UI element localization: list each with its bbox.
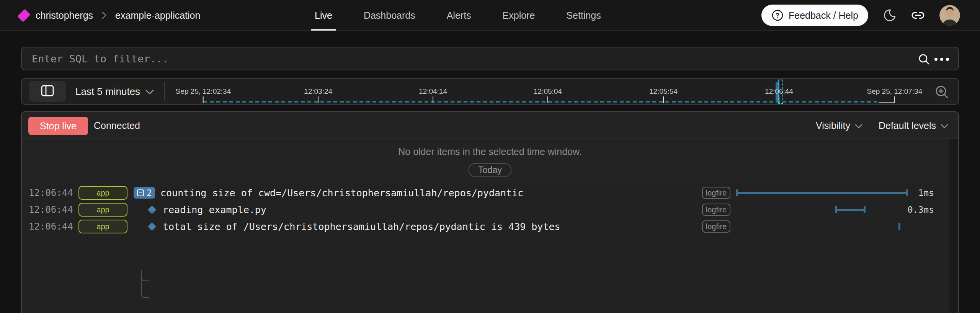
- span-message[interactable]: reading example.py: [163, 201, 266, 218]
- tab-live[interactable]: Live: [315, 0, 332, 31]
- tag-badge-app[interactable]: app: [78, 220, 127, 233]
- scope-badge-logfire[interactable]: logfire: [702, 204, 730, 216]
- span-diamond-icon: [148, 222, 157, 231]
- timeline[interactable]: Sep 25, 12:02:34 12:03:24 12:04:14 12:05…: [169, 79, 927, 104]
- row-timestamp: 12:06:44: [29, 218, 73, 235]
- span-diamond-icon: [148, 205, 157, 214]
- trace-row[interactable]: 12:06:44 app 2 counting size of cwd=/Use…: [22, 184, 949, 201]
- timeline-tick: 12:06:44: [765, 79, 793, 103]
- row-timestamp: 12:06:44: [29, 201, 73, 218]
- sql-filter-bar: [21, 47, 959, 70]
- tab-settings[interactable]: Settings: [566, 0, 601, 31]
- duration-track: [734, 184, 948, 201]
- feedback-help-label: Feedback / Help: [789, 10, 858, 21]
- visibility-dropdown[interactable]: Visibility: [816, 120, 862, 131]
- zoom-in-icon[interactable]: [934, 85, 950, 101]
- span-duration-bar[interactable]: [736, 189, 908, 196]
- nav-tabs: Live Dashboards Alerts Explore Settings: [315, 0, 601, 31]
- share-link-icon[interactable]: [911, 8, 925, 22]
- live-view-panel: Stop live Connected Visibility Default l…: [21, 111, 959, 313]
- timeline-tick: 12:03:24: [304, 79, 332, 103]
- sql-filter-input[interactable]: [22, 47, 958, 70]
- span-duration-tick[interactable]: [898, 223, 900, 230]
- tag-badge-app[interactable]: app: [78, 203, 127, 217]
- breadcrumb-org[interactable]: christophergs: [36, 10, 93, 21]
- empty-state: No older items in the selected time wind…: [22, 139, 958, 183]
- row-timestamp: 12:06:44: [29, 184, 73, 201]
- more-options-icon[interactable]: [934, 55, 949, 64]
- scrollbar-gutter[interactable]: [949, 139, 958, 313]
- tab-dashboards[interactable]: Dashboards: [364, 0, 415, 31]
- tag-badge-app[interactable]: app: [78, 186, 127, 200]
- trace-row[interactable]: 12:06:44 app total size of /Users/christ…: [22, 218, 949, 235]
- timeline-tick: 12:05:54: [649, 79, 678, 103]
- breadcrumb-project[interactable]: example-application: [115, 10, 200, 21]
- live-controls: Stop live Connected Visibility Default l…: [22, 112, 958, 139]
- tab-explore[interactable]: Explore: [503, 0, 535, 31]
- duration-track: [734, 218, 948, 235]
- search-icon[interactable]: [918, 53, 931, 66]
- time-range-bar: Last 5 minutes Sep 25, 12:02:34 12:03:24…: [21, 78, 959, 105]
- time-range-label: Last 5 minutes: [75, 86, 140, 98]
- tree-connector-line: [141, 270, 142, 291]
- collapse-toggle[interactable]: 2: [134, 187, 155, 199]
- span-message[interactable]: counting size of cwd=/Users/christophers…: [160, 184, 523, 201]
- square-minus-icon: [137, 189, 144, 197]
- chevron-down-icon: [145, 86, 154, 98]
- default-levels-dropdown[interactable]: Default levels: [879, 120, 948, 131]
- divider: [164, 82, 165, 101]
- svg-text:?: ?: [776, 12, 779, 19]
- scope-badge-logfire[interactable]: logfire: [702, 187, 730, 199]
- sidebar-panel-icon: [41, 85, 54, 98]
- sidebar-toggle-button[interactable]: [29, 81, 66, 102]
- span-duration-bar[interactable]: [835, 206, 866, 213]
- timeline-tick: Sep 25, 12:02:34: [176, 79, 231, 103]
- user-avatar[interactable]: [939, 5, 960, 26]
- scope-badge-logfire[interactable]: logfire: [702, 220, 730, 233]
- duration-label: 0.3ms: [908, 201, 934, 218]
- tab-alerts[interactable]: Alerts: [447, 0, 471, 31]
- span-message[interactable]: total size of /Users/christophersamiulla…: [163, 218, 560, 235]
- timeline-tick: 12:04:14: [419, 79, 447, 103]
- chevron-down-icon: [941, 120, 948, 131]
- connection-status: Connected: [94, 112, 140, 139]
- time-range-select[interactable]: Last 5 minutes: [75, 79, 154, 104]
- today-button[interactable]: Today: [468, 163, 511, 177]
- collapse-count: 2: [147, 188, 152, 198]
- chevron-right-icon: [101, 11, 108, 20]
- trace-rows: 12:06:44 app 2 counting size of cwd=/Use…: [22, 183, 958, 313]
- timeline-tick: Sep 25, 12:07:34: [867, 79, 922, 103]
- empty-message: No older items in the selected time wind…: [22, 146, 958, 157]
- tree-connector-elbow: [141, 274, 149, 281]
- question-circle-icon: ?: [771, 9, 784, 21]
- top-nav: christophergs example-application Live D…: [0, 0, 980, 31]
- tree-connector-elbow: [141, 291, 149, 298]
- duration-label: 1ms: [918, 184, 934, 201]
- feedback-help-button[interactable]: ? Feedback / Help: [761, 5, 868, 26]
- visibility-label: Visibility: [816, 120, 850, 131]
- breadcrumb: christophergs example-application: [20, 0, 200, 31]
- default-levels-label: Default levels: [879, 120, 936, 131]
- stop-live-button[interactable]: Stop live: [28, 117, 88, 135]
- theme-moon-icon[interactable]: [883, 8, 897, 22]
- timeline-tick: 12:05:04: [534, 79, 562, 103]
- nav-right-cluster: ? Feedback / Help: [761, 0, 960, 31]
- chevron-down-icon: [855, 120, 862, 131]
- trace-row[interactable]: 12:06:44 app reading example.py logfire …: [22, 201, 949, 218]
- logfire-logo-icon[interactable]: [17, 9, 30, 22]
